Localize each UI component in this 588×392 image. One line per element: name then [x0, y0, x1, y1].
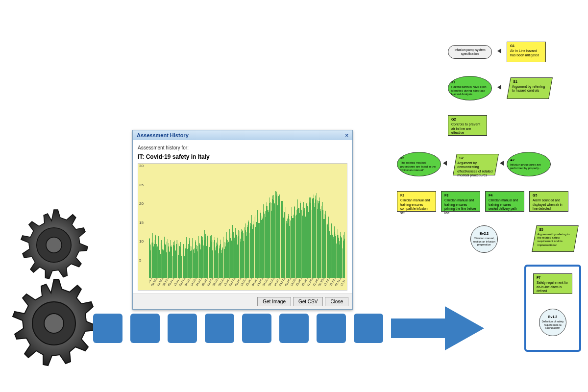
pipeline-step	[317, 314, 346, 343]
pipeline-step	[130, 314, 160, 343]
gear-icon	[15, 206, 93, 284]
connector-icon	[500, 161, 504, 166]
window-close-icon[interactable]: ×	[345, 132, 348, 138]
gsn-context: Infusion pump system specification	[448, 45, 492, 59]
gsn-strategy-s5: S5Arguement by refering to the related s…	[532, 225, 579, 252]
svg-point-1	[46, 237, 62, 253]
gsn-evidence-ev12: Ev1.2Definition of safety requirement to…	[539, 309, 566, 336]
gsn-goal-f3: F3Clinician manual and training ensures …	[441, 191, 480, 212]
connector-icon	[497, 85, 501, 90]
connector-icon	[497, 49, 501, 53]
gsn-strategy-s2: S2Argument by demonstrating effectivenes…	[453, 154, 499, 175]
svg-marker-4	[391, 306, 484, 350]
svg-point-3	[44, 314, 64, 333]
pipeline-step	[168, 314, 197, 343]
pipeline-step	[242, 314, 271, 343]
pipeline-step	[279, 314, 309, 343]
gsn-goal-f4: F4Clinician manual and training ensures …	[485, 191, 524, 212]
gsn-strategy-s1: S1Argument by referring to hazard contro…	[507, 77, 553, 99]
chart-plot	[149, 166, 345, 278]
chart: 51015202530 26.11.202006.12.202016.12.20…	[138, 163, 347, 291]
chart-y-axis: 51015202530	[138, 164, 149, 278]
assessment-name: IT: Covid-19 safety in Italy	[138, 153, 347, 160]
assessment-window: Assessment History × Assessment history …	[132, 130, 353, 310]
gear-icon	[5, 274, 103, 372]
pipeline-arrow	[93, 304, 484, 353]
connector-icon	[443, 161, 447, 166]
gsn-goal-f2: F2Clinician manual and training ensures …	[397, 191, 436, 212]
pipeline-step	[205, 314, 234, 343]
gsn-assumption-a2: A2Infusion procedures are performed by p…	[507, 152, 551, 176]
gsn-goal-g5: G5Alarm sounded and displayed when air i…	[529, 191, 568, 212]
window-title: Assessment History	[137, 132, 189, 138]
pipeline-step	[354, 314, 383, 343]
window-titlebar: Assessment History ×	[133, 130, 352, 140]
gsn-goal-g2: G2Controls to prevent air in line are ef…	[448, 115, 487, 136]
gsn-goal-f7: F7Safety requirement for air-in-line ala…	[533, 273, 572, 294]
gsn-justification-j2: J2The related medical procedures are lis…	[397, 152, 441, 176]
gsn-evidence-ev23: Ev2.3Clinician manual, section on infusi…	[470, 225, 498, 253]
arrow-head-icon	[391, 304, 484, 353]
assessment-subtitle: Assessment history for:	[138, 145, 347, 150]
gsn-goal-g1: G1Air in Line hazard has been mitigated	[507, 42, 546, 62]
chart-x-axis: 26.11.202006.12.202016.12.202026.12.2020…	[149, 278, 345, 290]
pipeline-step	[93, 314, 122, 343]
gsn-justification-j1: J1Hazard controls have been identified d…	[448, 76, 492, 100]
